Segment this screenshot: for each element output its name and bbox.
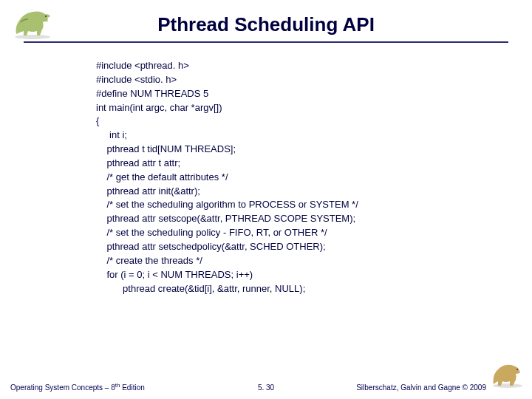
code-line: { — [96, 115, 99, 126]
svg-point-2 — [493, 383, 522, 388]
code-line: /* set the scheduling algorithm to PROCE… — [96, 199, 358, 210]
code-block: #include <pthread. h> #include <stdio. h… — [96, 59, 358, 296]
code-line: /* get the default attributes */ — [96, 171, 228, 183]
code-line: pthread attr t attr; — [96, 157, 180, 168]
dinosaur-bottom-icon — [489, 359, 526, 389]
code-line: #define NUM THREADS 5 — [96, 88, 208, 99]
code-line: int main(int argc, char *argv[]) — [96, 102, 222, 113]
code-line: int i; — [96, 129, 127, 140]
svg-point-3 — [516, 369, 518, 370]
code-line: /* create the threads */ — [96, 255, 202, 266]
footer-right: Silberschatz, Galvin and Gagne © 2009 — [356, 383, 486, 392]
code-line: pthread attr setschedpolicy(&attr, SCHED… — [96, 241, 326, 252]
slide-title: Pthread Scheduling API — [0, 13, 532, 36]
code-line: pthread t tid[NUM THREADS]; — [96, 143, 236, 154]
title-underline — [24, 41, 508, 43]
code-line: pthread attr setscope(&attr, PTHREAD SCO… — [96, 213, 355, 224]
slide: Pthread Scheduling API #include <pthread… — [0, 0, 532, 399]
code-line: for (i = 0; i < NUM THREADS; i++) — [96, 269, 253, 280]
code-line: pthread create(&tid[i], &attr, runner, N… — [96, 283, 305, 294]
code-line: /* set the scheduling policy - FIFO, RT,… — [96, 227, 327, 238]
code-line: #include <pthread. h> — [96, 60, 189, 71]
code-line: #include <stdio. h> — [96, 74, 177, 85]
code-line: pthread attr init(&attr); — [96, 185, 200, 197]
